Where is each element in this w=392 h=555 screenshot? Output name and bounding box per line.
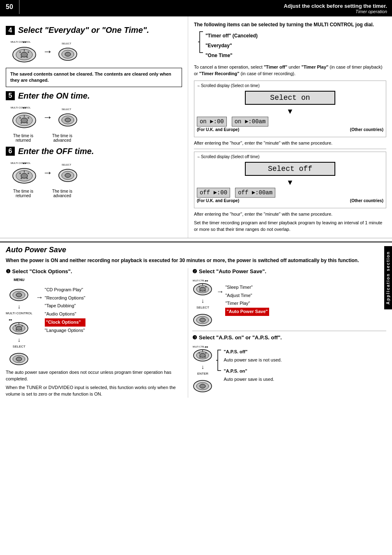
- step5-label1: The time is returned: [10, 134, 37, 143]
- lcd-off-other: off ►:00am: [235, 188, 275, 198]
- aps-step3-options-wrap: "A.P.S. off" Auto power save is not used…: [216, 348, 281, 384]
- aps-step3-diagram: MULTI CTRL ▶▶ ↓ ENTER: [192, 344, 386, 393]
- svg-point-76: [205, 352, 207, 354]
- svg-point-32: [21, 173, 28, 178]
- lcd-off-uk: off ►:00: [197, 188, 230, 198]
- step6-label2: The time is advanced: [49, 189, 76, 198]
- aps-step3-header: ❸ Select "A.P.S. on" or "A.P.S. off".: [192, 334, 386, 341]
- svg-point-23: [26, 122, 28, 124]
- multi-control-knob-aps: ▶▶: [9, 317, 29, 335]
- step4-number: 4: [6, 26, 15, 35]
- step6-number: 6: [6, 147, 15, 156]
- arrow-right: →: [43, 46, 53, 57]
- option1: "Timer off" (Canceled): [205, 31, 258, 41]
- svg-point-65: [199, 290, 201, 292]
- svg-point-27: [65, 118, 71, 122]
- bracket-step3: [216, 348, 222, 373]
- cancel-description: To cancel a timer operation, select "Tim…: [194, 64, 386, 77]
- menu-opt-3: "Tape Dubbing": [45, 302, 85, 310]
- lcd-off-display: Select off: [245, 162, 335, 176]
- aps-step3-container: ❸ Select "A.P.S. on" or "A.P.S. off". MU…: [192, 331, 386, 393]
- svg-text:SELECT: SELECT: [62, 42, 71, 45]
- step4-diagram: MULTI CONTROL ▶▶ → SELECT: [6, 39, 182, 64]
- menu-opt-1: "CD Program Play": [45, 286, 85, 294]
- multi-control-knob-step3: MULTI CTRL ▶▶: [192, 344, 213, 362]
- aps-opt-1: "Sleep Timer": [225, 283, 269, 292]
- select-knob-5: SELECT: [57, 107, 79, 127]
- options-bracket: "Timer off" (Canceled) "Everyday" "One T…: [198, 31, 386, 60]
- enter-knob-step3: [192, 377, 213, 393]
- country-labels-off: (For U.K. and Europe) (Other countries): [197, 198, 383, 203]
- aps-step3-options: "A.P.S. off" Auto power save is not used…: [224, 348, 281, 384]
- arrow-step2: →: [216, 288, 224, 296]
- svg-point-37: [26, 177, 28, 179]
- after-off-text1: After entering the "hour", enter the "mi…: [194, 211, 386, 218]
- aps-step3-knobs: MULTI CTRL ▶▶ ↓ ENTER: [192, 344, 213, 393]
- aps-step3-opt2-desc: Auto power save is used.: [224, 375, 281, 384]
- after-on-text: After entering the "hour", enter the "mi…: [194, 140, 386, 147]
- svg-point-41: [65, 173, 71, 177]
- arrow-down-aps: ↓: [18, 303, 21, 310]
- svg-text:▶▶: ▶▶: [23, 162, 26, 164]
- step6-header: 6 Enter the OFF time.: [6, 147, 182, 156]
- aps-opt-2: "Adjust Time": [225, 292, 269, 300]
- multi-control-knob-step2: MULTI CTRL ▶▶: [192, 278, 213, 296]
- aps-right: ❷ Select "Auto Power Save". MULTI CTRL ▶…: [188, 268, 386, 398]
- aps-step3-opt1: "A.P.S. off": [224, 348, 281, 356]
- svg-point-53: [16, 329, 17, 331]
- aps-step1-header: ❶ Select "Clock Options".: [6, 268, 184, 274]
- step5-labels: The time is returned The time is advance…: [6, 134, 182, 143]
- multi-control-knob-5: MULTI CONTROL ▶▶: [10, 105, 39, 129]
- svg-text:SELECT: SELECT: [62, 108, 71, 111]
- svg-point-20: [19, 117, 21, 119]
- svg-text:▶▶: ▶▶: [23, 41, 26, 43]
- menu-opt-6: "Language Options": [45, 327, 85, 335]
- enter-label-step3: ENTER: [197, 372, 208, 375]
- svg-point-22: [21, 122, 22, 124]
- svg-text:▶▶: ▶▶: [9, 318, 12, 321]
- lcd-on-container: ←Scrolled display (Select on time) Selec…: [194, 81, 386, 137]
- country-labels-on: (For U.K. and Europe) (Other countries): [197, 127, 383, 132]
- after-off-text2: Set the timer recording program and time…: [194, 219, 386, 233]
- multi-control-knob-6: MULTI CONTROL ▶▶: [10, 160, 39, 185]
- right-intro: The following items can be selected by t…: [194, 21, 386, 28]
- aps-columns: ❶ Select "Clock Options". MENU ↓ MUL: [6, 268, 386, 398]
- svg-point-6: [19, 51, 21, 53]
- svg-point-51: [15, 325, 16, 327]
- svg-point-7: [28, 51, 29, 53]
- uk-label-off: (For U.K. and Europe): [197, 198, 239, 203]
- header-title: Adjust the clock before setting the time…: [284, 3, 387, 9]
- svg-point-45: [16, 293, 22, 297]
- arrow-right-6: →: [43, 167, 53, 178]
- step6-diagram: MULTI CONTROL ▶▶ → SELECT: [6, 160, 182, 185]
- arrow-right-5: →: [43, 111, 53, 123]
- menu-label: MENU: [14, 278, 25, 282]
- lcd-on-scroll-label: ←Scrolled display (Select on time): [197, 83, 383, 88]
- step5-header: 5 Enter the ON time.: [6, 91, 182, 101]
- svg-point-35: [28, 173, 29, 174]
- svg-text:MULTI CONTROL: MULTI CONTROL: [11, 41, 31, 43]
- arrow-right-menu: →: [36, 293, 43, 302]
- aps-left: ❶ Select "Clock Options". MENU ↓ MUL: [6, 268, 188, 398]
- svg-text:MULTI CTRL ▶▶: MULTI CTRL ▶▶: [193, 279, 208, 282]
- step5-label2: The time is advanced: [49, 134, 76, 143]
- aps-opt-3: "Timer Play": [225, 299, 269, 308]
- lcd-on-pair: on ►:00 on ►:00am: [197, 117, 383, 127]
- svg-text:MULTI CONTROL: MULTI CONTROL: [11, 162, 31, 164]
- step5-title: Enter the ON time.: [18, 91, 90, 101]
- other-label-off: (Other countries): [350, 198, 383, 203]
- lcd-off-scroll-label: ←Scrolled display (Select off time): [197, 154, 383, 159]
- aps-warning: When the power is ON and neither recordi…: [6, 257, 386, 264]
- svg-point-57: [16, 357, 22, 361]
- svg-point-34: [19, 173, 21, 174]
- svg-point-66: [204, 290, 206, 292]
- svg-point-18: [21, 118, 28, 123]
- svg-text:▶▶: ▶▶: [23, 106, 26, 109]
- header-subtitle: Timer operation: [284, 9, 387, 14]
- aps-step2-diagram: MULTI CTRL ▶▶ ↓ SELECT: [192, 278, 386, 327]
- svg-point-36: [21, 177, 22, 179]
- svg-text:MULTI CTRL ▶▶: MULTI CTRL ▶▶: [193, 345, 208, 348]
- lcd-off-pair: off ►:00 off ►:00am: [197, 188, 383, 198]
- svg-point-77: [199, 356, 201, 358]
- aps-step2-options-wrap: → "Sleep Timer" "Adjust Time" "Timer Pla…: [216, 282, 269, 316]
